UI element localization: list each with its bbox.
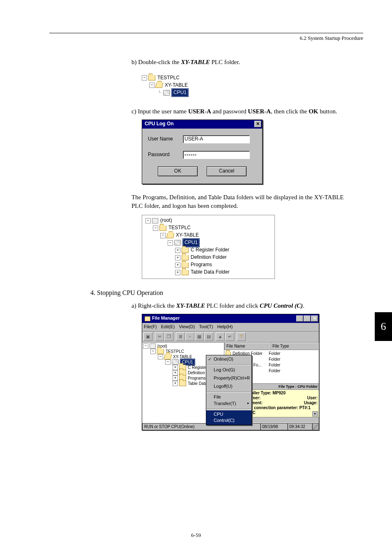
- folder-icon: [182, 248, 189, 253]
- collapse-icon[interactable]: −: [160, 233, 166, 238]
- ok-button[interactable]: OK: [158, 166, 198, 176]
- expand-icon[interactable]: +: [175, 248, 180, 253]
- cpu-icon: [174, 240, 181, 246]
- toolbar-button[interactable]: ▦: [195, 332, 204, 341]
- text: , then click the: [271, 108, 309, 115]
- chapter-tab: 6: [375, 312, 392, 341]
- password-input[interactable]: xxxxxx: [183, 151, 250, 159]
- folder-open-icon: [155, 83, 164, 88]
- folder-open-icon: [164, 354, 172, 359]
- tree-node-cpu1-selected[interactable]: CPU1: [172, 89, 188, 97]
- tree-node-root[interactable]: (root): [160, 217, 172, 224]
- tree-node[interactable]: Definition Folder: [190, 254, 226, 261]
- toolbar-button[interactable]: ↵: [225, 332, 234, 341]
- menu-item-cpu-control[interactable]: CPU Control(C): [206, 410, 251, 425]
- folder-icon: [182, 270, 189, 275]
- root-icon: [150, 343, 156, 349]
- cut-icon[interactable]: ✂: [155, 332, 164, 341]
- folder-icon: [157, 349, 164, 354]
- expand-icon[interactable]: +: [175, 270, 180, 275]
- menu-help[interactable]: Help(H): [217, 324, 233, 330]
- maximize-icon[interactable]: □: [304, 315, 311, 322]
- app-icon: [145, 316, 150, 321]
- menu-item-logon[interactable]: Log On(G): [206, 366, 251, 374]
- info-label: User:: [307, 396, 318, 401]
- tree-node[interactable]: Table Data Folder: [190, 269, 230, 276]
- step-c: c) Input the user name USER-A and passwo…: [131, 107, 349, 116]
- toolbar-button[interactable]: ▤: [204, 332, 213, 341]
- step-4a: a) Right-click the XY-TABLE PLC folder a…: [131, 302, 349, 311]
- step-b: b) Double-click the XY-TABLE PLC folder.: [131, 58, 349, 67]
- file-type: Folder: [269, 362, 318, 368]
- ok-ref: OK: [309, 108, 318, 115]
- text: c) Input the user name: [131, 108, 188, 115]
- collapse-icon[interactable]: −: [153, 226, 158, 231]
- text: .: [303, 302, 304, 309]
- file-manager-window: File Manager _ □ ✕ File(F) Edit(E) View(…: [142, 314, 319, 431]
- toolbar-button[interactable]: ▫: [185, 332, 194, 341]
- running-header: 6.2 System Startup Procedure: [49, 35, 363, 41]
- toolbar-button[interactable]: ≣: [176, 332, 185, 341]
- collapse-icon[interactable]: −: [142, 75, 147, 81]
- help-icon[interactable]: ?: [237, 332, 246, 341]
- user-name-input[interactable]: USER-A: [183, 135, 250, 143]
- root-icon: [152, 218, 158, 223]
- info-label: Usage:: [304, 401, 318, 405]
- user-name-label: User Name: [148, 136, 183, 143]
- tree-node-testplc[interactable]: TESTPLC: [157, 74, 180, 81]
- tree-node[interactable]: Programs: [188, 375, 205, 381]
- collapse-icon[interactable]: −: [149, 83, 154, 88]
- expand-icon[interactable]: +: [175, 263, 180, 268]
- scroll-right-icon[interactable]: ▸: [312, 411, 318, 417]
- status-date: 08/19/98: [261, 423, 288, 430]
- password-label: Password: [148, 151, 183, 158]
- step-4-heading: 4. Stopping CPU Operation: [90, 288, 349, 297]
- tree-node-testplc[interactable]: TESTPLC: [168, 224, 191, 231]
- cancel-button[interactable]: Cancel: [207, 166, 247, 176]
- collapse-icon[interactable]: −: [168, 240, 173, 246]
- menu-item-property[interactable]: Property(R)Ctrl+R: [206, 374, 251, 382]
- toolbar-button[interactable]: ▣: [143, 332, 152, 341]
- window-title: File Manager: [152, 315, 180, 320]
- dialog-title: CPU Log On: [145, 120, 174, 127]
- tree-screenshot-1: − TESTPLC − XY-TABLE └ CPU1: [142, 74, 188, 97]
- menu-bar[interactable]: File(F) Edit(E) View(D) Tool(T) Help(H): [142, 323, 319, 332]
- text: a) Right-click the: [131, 302, 176, 309]
- folder-icon: [148, 75, 155, 81]
- menu-view[interactable]: View(D): [179, 324, 195, 330]
- menu-item-online[interactable]: Online(O): [206, 355, 251, 364]
- tree-node-xytable[interactable]: XY-TABLE: [175, 232, 199, 239]
- menu-item-logoff[interactable]: Logoff(U): [206, 382, 251, 391]
- cpu-icon: [172, 359, 179, 365]
- text: b) Double-click the: [131, 59, 181, 65]
- close-icon[interactable]: ✕: [254, 121, 261, 127]
- status-time: 09:34:32: [288, 423, 312, 430]
- minimize-icon[interactable]: _: [296, 315, 303, 322]
- expand-icon[interactable]: +: [175, 255, 180, 260]
- column-header-filename[interactable]: File Name: [224, 343, 270, 350]
- file-type: Folder: [269, 357, 318, 362]
- menu-tool[interactable]: Tool(T): [199, 324, 213, 330]
- text: button.: [318, 108, 337, 115]
- menu-file[interactable]: File(F): [144, 324, 157, 330]
- close-icon[interactable]: ✕: [311, 315, 318, 322]
- collapse-icon[interactable]: −: [145, 218, 151, 223]
- dialog-titlebar[interactable]: CPU Log On ✕: [142, 120, 262, 129]
- folder-icon: [179, 381, 186, 386]
- copy-icon[interactable]: ❐: [164, 332, 173, 341]
- tree-node[interactable]: C Register Folder: [190, 246, 229, 253]
- tree-node[interactable]: Programs: [190, 261, 212, 268]
- menu-edit[interactable]: Edit(E): [161, 324, 175, 330]
- resize-grip-icon[interactable]: [312, 423, 319, 430]
- cpu-control-ref: CPU Control (C): [260, 302, 303, 309]
- column-header-filetype[interactable]: File Type: [270, 343, 319, 350]
- window-titlebar[interactable]: File Manager _ □ ✕: [142, 314, 319, 323]
- user-name-value: USER-A: [188, 108, 211, 115]
- tree-node-xytable[interactable]: XY-TABLE: [164, 82, 188, 89]
- context-menu[interactable]: Online(O) Log On(G) Property(R)Ctrl+R Lo…: [206, 355, 252, 426]
- shortcut: Ctrl+R: [237, 375, 250, 382]
- menu-item-file-transfer[interactable]: File Transfer(T): [206, 393, 251, 408]
- text: and password: [211, 108, 248, 115]
- folder-icon: [159, 226, 166, 231]
- toolbar-button[interactable]: ▲: [216, 332, 225, 341]
